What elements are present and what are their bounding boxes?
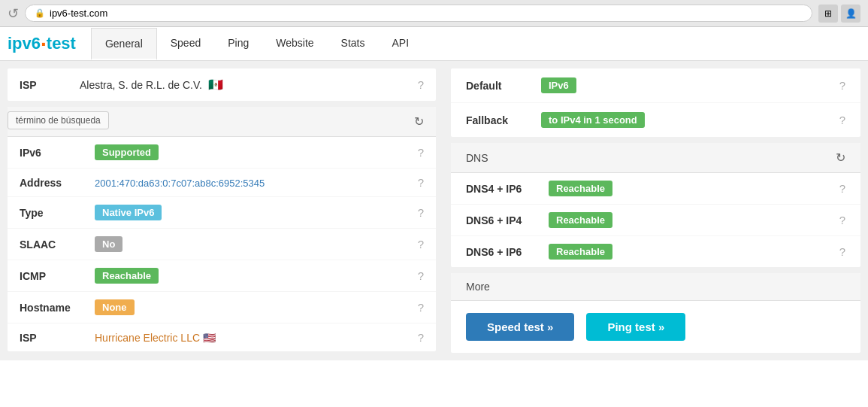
badge-fallback: to IPv4 in 1 second <box>541 112 645 128</box>
isp-row: ISP Alestra, S. de R.L. de C.V. 🇲🇽 ? <box>8 68 436 101</box>
right-panel: Default IPv6 ? Fallback to IPv4 in 1 sec… <box>443 61 868 360</box>
dns-card: DNS ↻ DNS4 + IP6 Reachable ? DNS6 + IP4 … <box>451 143 860 267</box>
address-help-icon[interactable]: ? <box>418 176 424 189</box>
icmp-help-icon[interactable]: ? <box>418 269 424 282</box>
dns6ip6-help-icon[interactable]: ? <box>839 245 845 258</box>
badge-native-ipv6: Native IPv6 <box>95 205 162 220</box>
badge-none: None <box>95 299 135 315</box>
row-value-icmp: Reachable <box>95 268 412 284</box>
connectivity-row-hostname: Hostname None ? <box>8 292 436 323</box>
connectivity-row-address: Address 2001:470:da63:0:7c07:ab8c:6952:5… <box>8 169 436 197</box>
connectivity-row-slaac: SLAAC No ? <box>8 229 436 260</box>
badge-dns6ip6: Reachable <box>549 244 612 260</box>
conn-label-default: Default <box>466 80 541 92</box>
ipv6-help-icon[interactable]: ? <box>418 146 424 159</box>
connection-row-default: Default IPv6 ? <box>451 68 860 103</box>
row-value-address: 2001:470:da63:0:7c07:ab8c:6952:5345 <box>95 177 412 189</box>
row-value-hostname: None <box>95 299 412 315</box>
logo: ipv6·test <box>8 34 76 53</box>
conn-value-fallback: to IPv4 in 1 second <box>541 112 833 128</box>
connection-row-fallback: Fallback to IPv4 in 1 second ? <box>451 103 860 137</box>
dns-label-dns6ip4: DNS6 + IP4 <box>466 214 549 226</box>
logo-dot: · <box>41 32 47 56</box>
browser-icons: ⊞ 👤 <box>818 5 860 23</box>
profile-button[interactable]: 👤 <box>841 5 860 23</box>
back-button[interactable]: ↺ <box>8 5 19 22</box>
dns-value-dns6ip6: Reachable <box>549 244 833 260</box>
address-bar[interactable]: 🔒 ipv6-test.com <box>25 5 812 22</box>
more-card: More Speed test » Ping test » <box>451 273 860 353</box>
badge-icmp-reachable: Reachable <box>95 268 159 284</box>
dns-row-dns6ip6: DNS6 + IP6 Reachable ? <box>451 236 860 267</box>
connectivity-row-isp: ISP Hurricane Electric LLC 🇺🇸 ? <box>8 323 436 351</box>
hostname-help-icon[interactable]: ? <box>418 301 424 314</box>
row-label-icmp: ICMP <box>20 270 95 282</box>
isp-label: ISP <box>20 79 80 91</box>
content-area: ISP Alestra, S. de R.L. de C.V. 🇲🇽 ? IPv… <box>0 61 868 360</box>
isp-value: Alestra, S. de R.L. de C.V. 🇲🇽 <box>80 77 412 92</box>
conn-label-fallback: Fallback <box>466 114 541 126</box>
dns-title: DNS <box>466 152 488 164</box>
dns6ip4-help-icon[interactable]: ? <box>839 214 845 226</box>
top-nav: ipv6·test General Speed Ping Website Sta… <box>0 27 868 61</box>
row-label-address: Address <box>20 177 95 189</box>
dns-refresh-icon[interactable]: ↻ <box>836 150 845 165</box>
tab-speed[interactable]: Speed <box>157 28 214 60</box>
slaac-help-icon[interactable]: ? <box>418 238 424 251</box>
nav-tabs: General Speed Ping Website Stats API <box>91 28 422 60</box>
badge-no: No <box>95 236 122 252</box>
logo-test: test <box>47 34 76 53</box>
dns4ip6-help-icon[interactable]: ? <box>839 182 845 195</box>
row-value-connectivity-isp: Hurricane Electric LLC 🇺🇸 <box>95 332 412 344</box>
fallback-help-icon[interactable]: ? <box>839 114 845 126</box>
ipv6-address-link[interactable]: 2001:470:da63:0:7c07:ab8c:6952:5345 <box>95 178 265 189</box>
badge-ipv6-default: IPv6 <box>541 77 576 93</box>
dns-label-dns4ip6: DNS4 + IP6 <box>466 183 549 195</box>
tab-api[interactable]: API <box>379 28 423 60</box>
more-title: More <box>466 281 490 293</box>
row-value-ipv6: Supported <box>95 144 412 160</box>
connectivity-refresh-icon[interactable]: ↻ <box>414 114 424 129</box>
connectivity-row-ipv6: IPv6 Supported ? <box>8 137 436 169</box>
tab-website[interactable]: Website <box>262 28 327 60</box>
ping-test-button[interactable]: Ping test » <box>586 313 685 341</box>
dns-label-dns6ip6: DNS6 + IP6 <box>466 246 549 258</box>
connection-card: Default IPv6 ? Fallback to IPv4 in 1 sec… <box>451 68 860 137</box>
row-value-slaac: No <box>95 236 412 252</box>
logo-ipv6: ipv6 <box>8 34 41 53</box>
dns-row-dns4ip6: DNS4 + IP6 Reachable ? <box>451 173 860 205</box>
connectivity-card: IPv6 connectivity ↻ IPv6 Supported ? Add… <box>8 107 436 351</box>
default-help-icon[interactable]: ? <box>839 79 845 92</box>
left-panel: ISP Alestra, S. de R.L. de C.V. 🇲🇽 ? IPv… <box>0 61 443 360</box>
badge-dns4ip6: Reachable <box>549 181 612 196</box>
search-tooltip: término de búsqueda <box>8 111 109 129</box>
conn-value-default: IPv6 <box>541 77 833 93</box>
connectivity-isp-help-icon[interactable]: ? <box>418 331 424 344</box>
connectivity-row-type: Type Native IPv6 ? <box>8 197 436 229</box>
row-label-slaac: SLAAC <box>20 238 95 251</box>
dns-row-dns6ip4: DNS6 + IP4 Reachable ? <box>451 205 860 236</box>
lock-icon: 🔒 <box>35 8 45 18</box>
type-help-icon[interactable]: ? <box>418 206 424 219</box>
extensions-button[interactable]: ⊞ <box>818 5 838 23</box>
connectivity-row-icmp: ICMP Reachable ? <box>8 260 436 292</box>
dns-value-dns6ip4: Reachable <box>549 212 833 228</box>
more-body: Speed test » Ping test » <box>451 301 860 353</box>
isp-help-icon[interactable]: ? <box>418 78 424 91</box>
isp-he-flag: 🇺🇸 <box>203 332 216 344</box>
browser-chrome: ↺ 🔒 ipv6-test.com ⊞ 👤 <box>0 0 868 27</box>
row-label-connectivity-isp: ISP <box>20 332 95 344</box>
tab-ping[interactable]: Ping <box>214 28 262 60</box>
tab-general[interactable]: General <box>91 28 157 60</box>
page-container: ipv6·test General Speed Ping Website Sta… <box>0 27 868 407</box>
isp-he-text: Hurricane Electric LLC <box>95 332 200 344</box>
tab-stats[interactable]: Stats <box>328 28 379 60</box>
dns-value-dns4ip6: Reachable <box>549 181 833 196</box>
speed-test-button[interactable]: Speed test » <box>466 313 574 341</box>
badge-supported: Supported <box>95 144 159 160</box>
more-header: More <box>451 273 860 301</box>
row-label-hostname: Hostname <box>20 302 95 314</box>
url-text: ipv6-test.com <box>50 8 107 19</box>
row-label-type: Type <box>20 207 95 219</box>
isp-flag: 🇲🇽 <box>208 78 223 91</box>
